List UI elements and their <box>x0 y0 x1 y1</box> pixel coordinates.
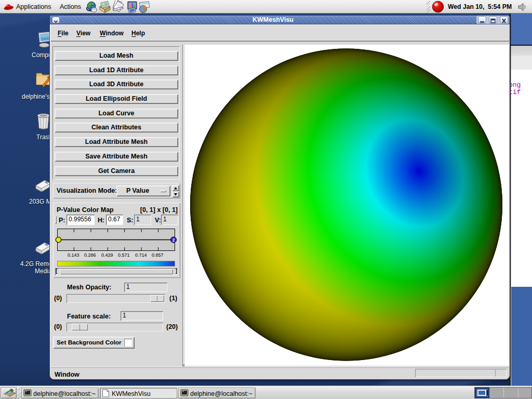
svg-text:2: 2 <box>172 237 175 243</box>
